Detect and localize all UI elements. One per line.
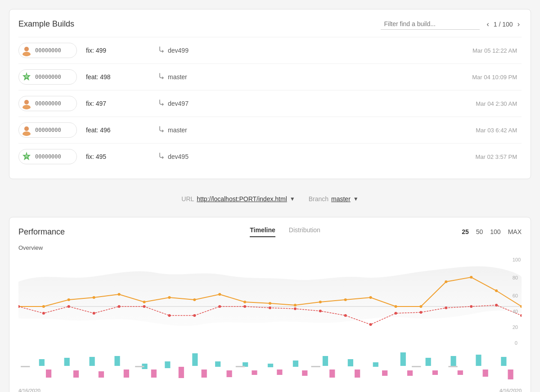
svg-point-24 xyxy=(269,302,271,305)
branch-selector-group: Branch master ▼ xyxy=(309,195,359,203)
table-row[interactable]: 00000000 fix: 499 dev499 Mar 05 12:22 AM xyxy=(18,37,522,63)
svg-point-55 xyxy=(520,314,522,317)
svg-rect-64 xyxy=(90,357,95,366)
control-max[interactable]: MAX xyxy=(508,228,522,235)
branch-name: dev499 xyxy=(168,47,189,54)
branch-icon xyxy=(158,46,165,55)
svg-point-9 xyxy=(22,131,31,136)
control-25[interactable]: 25 xyxy=(462,228,469,235)
table-row[interactable]: 00000000 feat: 496 master Mar 03 6:42 AM xyxy=(18,117,522,143)
selector-area: URL http://localhost:PORT/index.html ▼ B… xyxy=(9,188,531,210)
svg-point-32 xyxy=(470,276,472,279)
svg-rect-62 xyxy=(39,359,45,366)
filter-input[interactable] xyxy=(381,18,480,30)
performance-tabs: Timeline Distribution xyxy=(108,226,462,237)
svg-rect-77 xyxy=(426,358,431,366)
svg-point-51 xyxy=(419,311,422,314)
svg-point-29 xyxy=(394,305,397,308)
svg-point-39 xyxy=(118,305,121,308)
svg-point-12 xyxy=(25,155,28,158)
svg-point-18 xyxy=(118,293,121,296)
svg-point-16 xyxy=(68,298,70,301)
svg-rect-105 xyxy=(448,366,457,367)
build-time: Mar 05 12:22 AM xyxy=(248,47,522,54)
svg-rect-100 xyxy=(21,366,30,367)
svg-text:60: 60 xyxy=(513,293,518,298)
build-time: Mar 04 2:30 AM xyxy=(248,100,522,107)
branch-label: Branch xyxy=(309,195,328,203)
svg-point-41 xyxy=(168,314,171,317)
chart-svg-wrapper: 100 80 60 40 20 0 xyxy=(18,255,522,385)
svg-rect-76 xyxy=(400,352,406,366)
main-chart-svg: 100 80 60 40 20 0 xyxy=(18,255,522,345)
svg-point-45 xyxy=(269,306,271,309)
control-50[interactable]: 50 xyxy=(476,228,483,235)
table-row[interactable]: 00000000 fix: 495 dev495 Mar 02 3:57 PM xyxy=(18,143,522,170)
svg-point-33 xyxy=(495,289,498,292)
avatar xyxy=(21,98,32,109)
svg-rect-96 xyxy=(432,370,438,375)
avatar xyxy=(21,71,32,83)
svg-point-25 xyxy=(294,304,297,306)
branch-icon xyxy=(158,126,165,135)
commit-hash: 00000000 xyxy=(35,127,61,133)
commit-hash: 00000000 xyxy=(35,47,61,54)
url-value[interactable]: http://localhost:PORT/index.html xyxy=(197,195,287,203)
control-100[interactable]: 100 xyxy=(490,228,500,235)
svg-point-50 xyxy=(394,312,397,315)
svg-point-27 xyxy=(344,298,347,301)
svg-point-22 xyxy=(218,293,221,296)
svg-rect-72 xyxy=(293,360,298,367)
table-row[interactable]: 00000000 fix: 497 dev497 Mar 04 2:30 AM xyxy=(18,90,522,117)
build-description: feat: 498 xyxy=(77,73,158,81)
builds-header: Example Builds ‹ 1 / 100 › xyxy=(18,18,522,30)
svg-text:100: 100 xyxy=(513,257,521,262)
build-description: fix: 497 xyxy=(77,100,158,107)
url-selector-group: URL http://localhost:PORT/index.html ▼ xyxy=(181,195,295,203)
svg-rect-84 xyxy=(124,369,129,378)
svg-point-42 xyxy=(193,314,196,317)
svg-rect-98 xyxy=(483,369,488,377)
build-branch-area: master xyxy=(158,72,248,81)
svg-rect-89 xyxy=(252,370,257,375)
build-branch-area: dev495 xyxy=(158,152,248,161)
svg-text:0: 0 xyxy=(515,340,518,345)
svg-rect-92 xyxy=(329,369,335,378)
svg-text:80: 80 xyxy=(513,275,518,280)
svg-rect-104 xyxy=(412,366,421,367)
svg-point-40 xyxy=(143,305,145,308)
url-dropdown-icon[interactable]: ▼ xyxy=(290,196,295,202)
builds-title: Example Builds xyxy=(18,19,74,29)
svg-point-6 xyxy=(22,105,31,109)
pagination: ‹ 1 / 100 › xyxy=(485,19,522,29)
tab-distribution[interactable]: Distribution xyxy=(289,226,320,237)
pagination-display: 1 / 100 xyxy=(494,21,513,28)
svg-rect-78 xyxy=(450,356,456,366)
pagination-next-button[interactable]: › xyxy=(516,19,522,29)
svg-rect-81 xyxy=(46,369,51,378)
pagination-prev-button[interactable]: ‹ xyxy=(485,19,491,29)
chart-container: 100 80 60 40 20 0 xyxy=(18,255,522,392)
branch-value[interactable]: master xyxy=(331,195,351,203)
svg-rect-68 xyxy=(192,353,198,366)
builds-list: 00000000 fix: 499 dev499 Mar 05 12:22 AM… xyxy=(18,37,522,170)
svg-rect-103 xyxy=(311,366,320,367)
svg-rect-71 xyxy=(268,364,273,367)
svg-point-2 xyxy=(24,47,29,51)
build-description: fix: 499 xyxy=(77,47,158,54)
branch-icon xyxy=(158,152,165,161)
branch-name: master xyxy=(168,73,187,81)
svg-rect-99 xyxy=(508,369,513,379)
svg-rect-67 xyxy=(165,361,170,368)
builds-filter-area: ‹ 1 / 100 › xyxy=(381,18,522,30)
branch-dropdown-icon[interactable]: ▼ xyxy=(353,196,359,202)
table-row[interactable]: 00000000 feat: 498 master Mar 04 10:09 P… xyxy=(18,63,522,90)
svg-point-28 xyxy=(369,296,372,299)
svg-rect-74 xyxy=(348,359,353,366)
build-description: feat: 496 xyxy=(77,126,158,134)
tab-timeline[interactable]: Timeline xyxy=(250,226,275,237)
branch-name: dev497 xyxy=(168,100,189,107)
svg-rect-101 xyxy=(135,366,144,367)
avatar xyxy=(21,151,32,162)
build-branch-area: dev497 xyxy=(158,99,248,108)
